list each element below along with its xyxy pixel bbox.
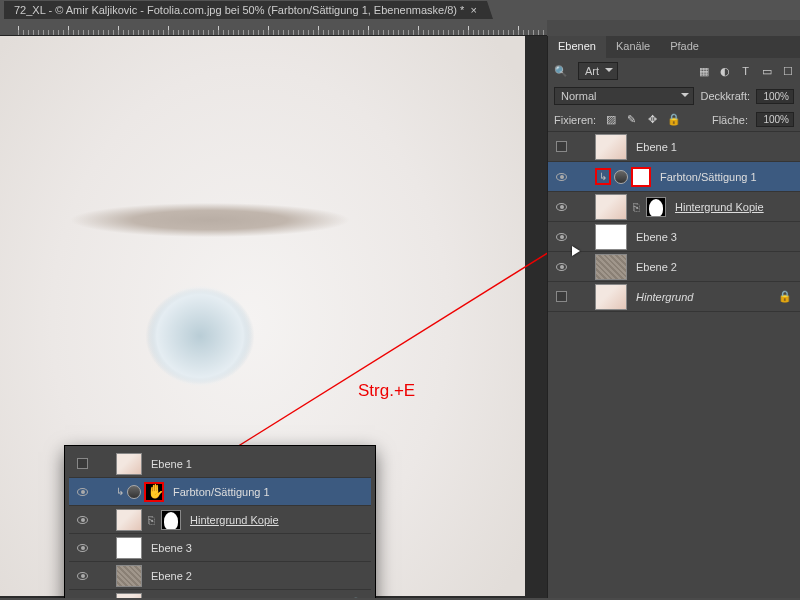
layer-name[interactable]: Hintergrund <box>636 291 693 303</box>
ruler-horizontal[interactable] <box>0 20 547 36</box>
layer-row[interactable]: Hintergrund🔒 <box>69 590 371 598</box>
visibility-toggle[interactable] <box>69 572 95 580</box>
layer-name[interactable]: Ebene 1 <box>151 458 192 470</box>
visibility-toggle[interactable] <box>548 233 574 241</box>
lock-all-icon[interactable]: 🔒 <box>667 113 680 126</box>
keyboard-annotation: Strg.+E <box>358 381 415 401</box>
checkbox-icon <box>77 458 88 469</box>
layer-name[interactable]: Hintergrund <box>151 598 208 599</box>
layer-row[interactable]: Hintergrund🔒 <box>548 282 800 312</box>
layer-thumbnail[interactable] <box>595 224 627 250</box>
layer-row[interactable]: ↳✋Farbton/Sättigung 1 <box>69 478 371 506</box>
tab-ebenen[interactable]: Ebenen <box>548 36 606 58</box>
filter-type-icon[interactable]: T <box>739 65 752 78</box>
mini-layers-panel[interactable]: Ebene 1↳✋Farbton/Sättigung 1⎘Hintergrund… <box>65 446 375 598</box>
eye-icon <box>77 572 88 580</box>
lock-position-icon[interactable]: ✥ <box>646 113 659 126</box>
layer-name[interactable]: Hintergrund Kopie <box>675 201 764 213</box>
layer-name[interactable]: Ebene 2 <box>636 261 677 273</box>
visibility-toggle[interactable] <box>69 544 95 552</box>
lock-icon: 🔒 <box>349 597 363 598</box>
visibility-toggle[interactable] <box>548 173 574 181</box>
layer-mask-thumbnail[interactable] <box>161 510 181 530</box>
layer-name[interactable]: Ebene 2 <box>151 570 192 582</box>
layer-row[interactable]: Ebene 3 <box>548 222 800 252</box>
lock-icon: 🔒 <box>778 290 792 303</box>
layers-panel: Ebenen Kanäle Pfade 🔍 Art ▦ ◐ T ▭ ☐ Norm… <box>547 36 800 598</box>
visibility-toggle[interactable] <box>548 141 574 152</box>
eye-icon <box>556 203 567 211</box>
close-icon[interactable]: × <box>470 4 476 16</box>
eye-icon <box>556 233 567 241</box>
eye-icon <box>556 173 567 181</box>
fill-label: Fläche: <box>712 114 748 126</box>
layer-row[interactable]: ⎘Hintergrund Kopie <box>548 192 800 222</box>
clip-indicator-icon: ↳ <box>116 486 124 497</box>
eye-icon <box>77 516 88 524</box>
adjustment-icon <box>614 170 628 184</box>
filter-adjustment-icon[interactable]: ◐ <box>718 65 731 78</box>
layer-thumbnail[interactable] <box>116 537 142 559</box>
layer-name[interactable]: Ebene 1 <box>636 141 677 153</box>
layer-thumbnail[interactable] <box>595 254 627 280</box>
layer-mask-thumbnail[interactable] <box>646 197 666 217</box>
document-title: 72_XL - © Amir Kaljikovic - Fotolia.com.… <box>14 4 464 16</box>
lock-pixels-icon[interactable]: ✎ <box>625 113 638 126</box>
layer-row[interactable]: ↳Farbton/Sättigung 1 <box>548 162 800 192</box>
layer-row[interactable]: Ebene 2 <box>548 252 800 282</box>
eye-icon <box>77 488 88 496</box>
layer-mask-thumbnail[interactable] <box>631 167 651 187</box>
layer-name[interactable]: Farbton/Sättigung 1 <box>173 486 270 498</box>
visibility-toggle[interactable] <box>548 291 574 302</box>
tab-kanaele[interactable]: Kanäle <box>606 36 660 58</box>
filter-smart-icon[interactable]: ☐ <box>781 65 794 78</box>
document-tab[interactable]: 72_XL - © Amir Kaljikovic - Fotolia.com.… <box>4 1 487 19</box>
eye-icon <box>556 263 567 271</box>
fill-input[interactable]: 100% <box>756 112 794 127</box>
layers-list: Ebene 1↳Farbton/Sättigung 1⎘Hintergrund … <box>548 132 800 598</box>
filter-pixel-icon[interactable]: ▦ <box>697 65 710 78</box>
adjustment-icon <box>127 485 141 499</box>
opacity-label: Deckkraft: <box>700 90 750 102</box>
layer-name[interactable]: Ebene 3 <box>636 231 677 243</box>
layer-row[interactable]: ⎘Hintergrund Kopie <box>69 506 371 534</box>
checkbox-icon <box>556 141 567 152</box>
layer-mask-thumbnail[interactable]: ✋ <box>144 482 164 502</box>
layer-row[interactable]: Ebene 3 <box>69 534 371 562</box>
visibility-toggle[interactable] <box>548 203 574 211</box>
lock-transparent-icon[interactable]: ▨ <box>604 113 617 126</box>
visibility-toggle[interactable] <box>548 263 574 271</box>
layer-name[interactable]: Ebene 3 <box>151 542 192 554</box>
canvas-area[interactable]: Strg.+E Ebene 1↳✋Farbton/Sättigung 1⎘Hin… <box>0 36 547 598</box>
clip-indicator-icon: ↳ <box>595 168 611 185</box>
layer-thumbnail[interactable] <box>116 593 142 599</box>
link-icon: ⎘ <box>633 201 640 213</box>
blend-mode-dropdown[interactable]: Normal <box>554 87 694 105</box>
checkbox-icon <box>556 291 567 302</box>
layer-thumbnail[interactable] <box>116 509 142 531</box>
layer-thumbnail[interactable] <box>116 565 142 587</box>
opacity-input[interactable]: 100% <box>756 89 794 104</box>
layer-thumbnail[interactable] <box>595 194 627 220</box>
eye-icon <box>77 544 88 552</box>
link-icon: ⎘ <box>148 514 155 526</box>
layer-thumbnail[interactable] <box>595 284 627 310</box>
tab-pfade[interactable]: Pfade <box>660 36 709 58</box>
layer-name[interactable]: Farbton/Sättigung 1 <box>660 171 757 183</box>
layer-row[interactable]: Ebene 1 <box>548 132 800 162</box>
tab-decoration <box>487 1 493 19</box>
layer-thumbnail[interactable] <box>116 453 142 475</box>
layer-row[interactable]: Ebene 1 <box>69 450 371 478</box>
lock-label: Fixieren: <box>554 114 596 126</box>
layer-row[interactable]: Ebene 2 <box>69 562 371 590</box>
layer-name[interactable]: Hintergrund Kopie <box>190 514 279 526</box>
eyebrow-region <box>55 201 365 239</box>
visibility-toggle[interactable] <box>69 516 95 524</box>
filter-shape-icon[interactable]: ▭ <box>760 65 773 78</box>
visibility-toggle[interactable] <box>69 458 95 469</box>
layer-thumbnail[interactable] <box>595 134 627 160</box>
visibility-toggle[interactable] <box>69 488 95 496</box>
filter-type-dropdown[interactable]: Art <box>578 62 618 80</box>
